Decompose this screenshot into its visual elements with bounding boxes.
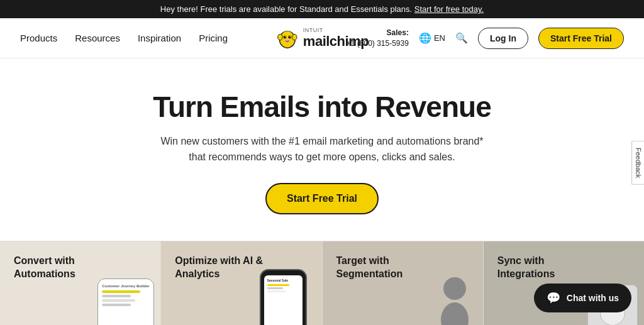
feature-card-analytics[interactable]: Optimize with AI & Analytics Seasonal Sa… (161, 241, 322, 325)
logo-brand: mailchimp (303, 33, 369, 49)
announcement-bar: Hey there! Free trials are available for… (0, 0, 644, 18)
language-selector[interactable]: 🌐 EN (419, 32, 445, 44)
chat-bubble-icon: 💬 (547, 291, 560, 305)
svg-point-7 (278, 34, 283, 40)
svg-point-3 (288, 35, 291, 38)
start-free-trial-nav-button[interactable]: Start Free Trial (538, 28, 624, 49)
start-free-trial-hero-button[interactable]: Start Free Trial (265, 183, 379, 214)
feature-card-automations-title: Convert with Automations (14, 254, 102, 281)
sales-label: Sales: (387, 28, 409, 37)
chat-widget[interactable]: 💬 Chat with us (534, 284, 631, 312)
svg-point-2 (284, 35, 287, 38)
nav-item-inspiration[interactable]: Inspiration (138, 33, 181, 43)
nav-item-pricing[interactable]: Pricing (199, 33, 228, 43)
nav-item-products[interactable]: Products (20, 33, 57, 43)
feature-card-analytics-title: Optimize with AI & Analytics (175, 254, 263, 281)
search-icon: 🔍 (455, 32, 468, 44)
hero-headline: Turn Emails into Revenue (25, 91, 619, 123)
svg-point-8 (292, 34, 297, 40)
svg-point-5 (290, 36, 291, 37)
segmentation-device-mock (433, 270, 477, 325)
automations-device-mock: Customer Journey Builder (97, 278, 154, 325)
svg-point-9 (443, 277, 466, 300)
nav-item-resources[interactable]: Resources (75, 33, 120, 43)
feedback-tab[interactable]: Feedback (631, 140, 644, 184)
search-button[interactable]: 🔍 (455, 32, 468, 44)
svg-point-4 (285, 36, 286, 37)
feature-card-automations[interactable]: Convert with Automations Customer Journe… (0, 241, 161, 325)
lang-label: EN (434, 33, 445, 43)
chat-label: Chat with us (567, 293, 619, 303)
feature-card-segmentation-title: Target with Segmentation (336, 254, 425, 281)
feature-card-segmentation[interactable]: Target with Segmentation (323, 241, 484, 325)
svg-point-10 (441, 302, 469, 325)
globe-icon: 🌐 (419, 32, 431, 44)
main-nav: Products Resources Inspiration Pricing I… (0, 18, 644, 58)
logo-intuit: INTUIT (303, 27, 369, 33)
logo[interactable]: INTUIT mailchimp (275, 26, 369, 50)
feature-card-integrations-title: Sync with Integrations (497, 254, 586, 281)
logo-icon (275, 26, 299, 50)
login-button[interactable]: Log In (478, 28, 528, 49)
hero-subheadline: Win new customers with the #1 email mark… (158, 133, 486, 165)
feedback-label: Feedback (635, 147, 642, 177)
announcement-text: Hey there! Free trials are available for… (160, 4, 412, 14)
logo-text-wrapper: INTUIT mailchimp (303, 27, 369, 50)
announcement-link[interactable]: Start for free today. (414, 4, 484, 14)
person-silhouette (433, 270, 477, 325)
hero-section: Turn Emails into Revenue Win new custome… (0, 58, 644, 241)
